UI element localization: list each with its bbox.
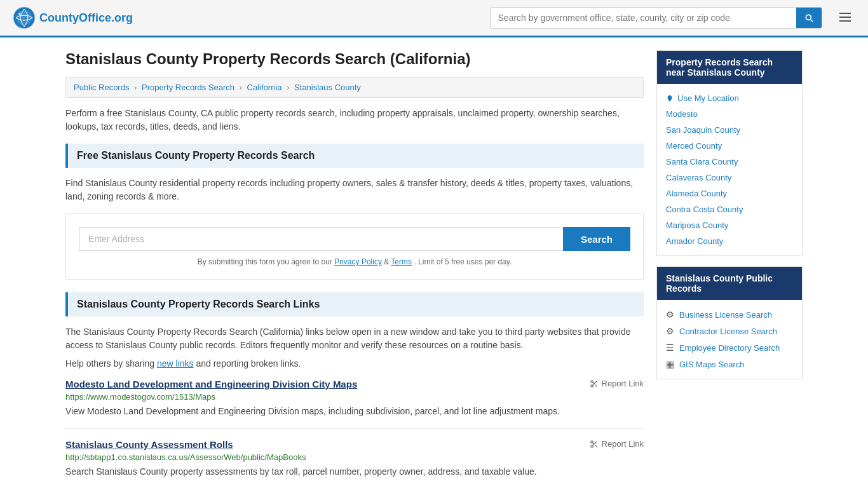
svg-line-14 bbox=[595, 445, 597, 447]
svg-point-1 bbox=[17, 10, 32, 25]
public-records-item: ⚙ Business License Search bbox=[666, 306, 793, 323]
svg-line-9 bbox=[595, 384, 597, 386]
nearby-section-content: Use My Location Modesto San Joaquin Coun… bbox=[657, 84, 802, 255]
use-location-button[interactable]: Use My Location bbox=[666, 90, 793, 106]
public-records-content: ⚙ Business License Search ⚙ Contractor L… bbox=[657, 300, 802, 379]
svg-point-6 bbox=[590, 380, 593, 383]
breadcrumb: Public Records › Property Records Search… bbox=[65, 77, 644, 98]
sidebar: Property Records Search near Stanislaus … bbox=[656, 50, 803, 488]
sidebar-link-santa-clara[interactable]: Santa Clara County bbox=[666, 154, 793, 170]
property-search-box: Search By submitting this form you agree… bbox=[65, 214, 644, 280]
hamburger-button[interactable] bbox=[835, 7, 855, 29]
report-link-button[interactable]: Report Link bbox=[590, 379, 644, 388]
sidebar-link-alameda[interactable]: Alameda County bbox=[666, 186, 793, 201]
header-search-button[interactable] bbox=[796, 8, 822, 28]
breadcrumb-california[interactable]: California bbox=[247, 83, 282, 92]
public-records-item: ⚙ Contractor License Search bbox=[666, 323, 793, 339]
address-input[interactable] bbox=[79, 227, 563, 251]
link-card-url: https://www.modestogov.com/1513/Maps bbox=[65, 392, 644, 402]
privacy-policy-link[interactable]: Privacy Policy bbox=[334, 257, 382, 266]
address-search-row: Search bbox=[79, 227, 630, 251]
main-container: Stanislaus County Property Records Searc… bbox=[53, 37, 815, 488]
sidebar-link-modesto[interactable]: Modesto bbox=[666, 106, 793, 122]
logo-link[interactable]: CountyOffice.org bbox=[13, 6, 133, 29]
svg-point-12 bbox=[590, 445, 593, 447]
business-license-search-link[interactable]: Business License Search bbox=[679, 310, 772, 320]
sidebar-link-san-joaquin[interactable]: San Joaquin County bbox=[666, 122, 793, 138]
link-card-header: Modesto Land Development and Engineering… bbox=[65, 379, 644, 390]
free-search-heading: Free Stanislaus County Property Records … bbox=[65, 144, 644, 168]
svg-rect-4 bbox=[839, 17, 851, 18]
svg-point-7 bbox=[590, 384, 593, 387]
sidebar-link-calaveras[interactable]: Calaveras County bbox=[666, 170, 793, 186]
nearby-section-heading: Property Records Search near Stanislaus … bbox=[657, 51, 802, 84]
gear-icon: ⚙ bbox=[666, 326, 674, 336]
links-description: The Stanislaus County Property Records S… bbox=[65, 325, 644, 352]
logo-text: CountyOffice.org bbox=[39, 11, 133, 25]
form-disclaimer: By submitting this form you agree to our… bbox=[79, 257, 630, 266]
list-icon: ☰ bbox=[666, 342, 674, 353]
public-records-box: Stanislaus County Public Records ⚙ Busin… bbox=[656, 266, 803, 379]
page-description: Perform a free Stanislaus County, CA pub… bbox=[65, 107, 644, 133]
nearby-section-box: Property Records Search near Stanislaus … bbox=[656, 50, 803, 256]
share-line: Help others by sharing new links and rep… bbox=[65, 358, 644, 369]
gis-maps-search-link[interactable]: GIS Maps Search bbox=[679, 360, 745, 369]
map-icon: ▦ bbox=[666, 359, 674, 369]
link-card-title[interactable]: Modesto Land Development and Engineering… bbox=[65, 379, 357, 390]
employee-directory-search-link[interactable]: Employee Directory Search bbox=[679, 343, 780, 353]
sidebar-link-amador[interactable]: Amador County bbox=[666, 233, 793, 249]
links-section-heading: Stanislaus County Property Records Searc… bbox=[65, 292, 644, 316]
svg-line-15 bbox=[592, 442, 593, 444]
breadcrumb-public-records[interactable]: Public Records bbox=[74, 83, 129, 92]
link-card-url: http://sbtapp1.co.stanislaus.ca.us/Asses… bbox=[65, 452, 644, 462]
sidebar-link-contra-costa[interactable]: Contra Costa County bbox=[666, 201, 793, 217]
header-search-input[interactable] bbox=[491, 8, 797, 28]
gear-icon: ⚙ bbox=[666, 309, 674, 320]
svg-line-10 bbox=[592, 382, 593, 383]
new-links-link[interactable]: new links bbox=[157, 358, 194, 369]
sidebar-link-merced[interactable]: Merced County bbox=[666, 138, 793, 154]
free-search-description: Find Stanislaus County residential prope… bbox=[65, 177, 644, 203]
public-records-item: ▦ GIS Maps Search bbox=[666, 356, 793, 372]
contractor-license-search-link[interactable]: Contractor License Search bbox=[679, 327, 777, 336]
public-records-heading: Stanislaus County Public Records bbox=[657, 267, 802, 300]
logo-icon bbox=[13, 6, 36, 29]
header-search-container bbox=[490, 7, 823, 29]
sidebar-link-mariposa[interactable]: Mariposa County bbox=[666, 217, 793, 233]
svg-point-2 bbox=[19, 13, 21, 15]
hamburger-icon bbox=[837, 10, 853, 25]
svg-rect-5 bbox=[839, 20, 851, 22]
svg-point-11 bbox=[590, 440, 593, 443]
link-card-header: Stanislaus County Assessment Rolls Repor… bbox=[65, 439, 644, 450]
scissors-icon bbox=[590, 440, 599, 449]
terms-link[interactable]: Terms bbox=[391, 257, 412, 266]
link-card-desc: View Modesto Land Development and Engine… bbox=[65, 405, 644, 418]
link-card-title[interactable]: Stanislaus County Assessment Rolls bbox=[65, 439, 233, 450]
report-link-button[interactable]: Report Link bbox=[590, 439, 644, 449]
page-title: Stanislaus County Property Records Searc… bbox=[65, 50, 644, 68]
use-location-label: Use My Location bbox=[677, 93, 739, 103]
search-icon bbox=[804, 13, 814, 23]
location-pin-icon bbox=[666, 95, 674, 102]
link-card: Modesto Land Development and Engineering… bbox=[65, 379, 644, 429]
content-area: Stanislaus County Property Records Searc… bbox=[65, 50, 644, 488]
link-card: Stanislaus County Assessment Rolls Repor… bbox=[65, 439, 644, 488]
site-header: CountyOffice.org bbox=[0, 0, 868, 37]
svg-rect-3 bbox=[839, 13, 851, 14]
link-card-desc: Search Stanislaus County property assess… bbox=[65, 465, 644, 478]
links-section: Stanislaus County Property Records Searc… bbox=[65, 292, 644, 488]
search-button[interactable]: Search bbox=[563, 227, 630, 251]
public-records-item: ☰ Employee Directory Search bbox=[666, 339, 793, 356]
breadcrumb-property-records[interactable]: Property Records Search bbox=[142, 83, 234, 92]
scissors-icon bbox=[590, 379, 599, 388]
breadcrumb-stanislaus[interactable]: Stanislaus County bbox=[294, 83, 361, 92]
